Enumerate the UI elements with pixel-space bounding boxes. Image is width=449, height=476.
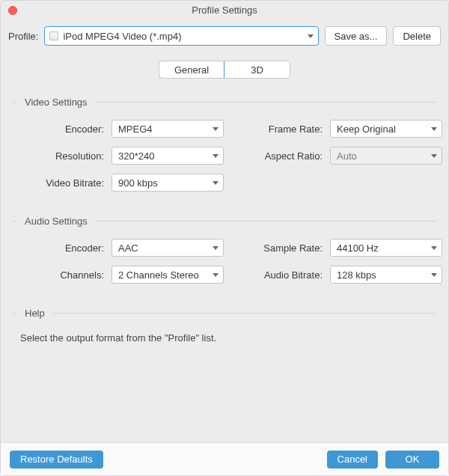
video-encoder-label: Encoder: <box>19 123 107 135</box>
sample-rate-label: Sample Rate: <box>228 242 326 254</box>
audio-settings-group: Audio Settings Encoder: AAC Sample Rate:… <box>13 216 436 284</box>
close-window-button[interactable] <box>8 6 17 15</box>
video-encoder-select[interactable]: MPEG4 <box>112 120 224 138</box>
tab-bar: General 3D <box>1 61 448 79</box>
channels-select[interactable]: 2 Channels Stereo <box>112 266 224 284</box>
cancel-button[interactable]: Cancel <box>327 451 378 469</box>
chevron-down-icon <box>431 246 437 250</box>
sample-rate-select[interactable]: 44100 Hz <box>330 239 442 257</box>
aspect-ratio-select[interactable]: Auto <box>330 147 442 165</box>
chevron-down-icon <box>213 181 219 185</box>
profile-settings-window: Profile Settings Profile: iPod MPEG4 Vid… <box>0 0 449 476</box>
titlebar: Profile Settings <box>1 1 448 20</box>
help-legend: Help <box>25 308 45 319</box>
resolution-select[interactable]: 320*240 <box>112 147 224 165</box>
video-bitrate-label: Video Bitrate: <box>19 177 107 189</box>
chevron-down-icon <box>431 273 437 277</box>
ok-button[interactable]: OK <box>385 451 439 469</box>
audio-bitrate-select[interactable]: 128 kbps <box>330 266 442 284</box>
restore-defaults-button[interactable]: Restore Defaults <box>10 451 103 469</box>
chevron-down-icon <box>431 154 437 158</box>
audio-encoder-label: Encoder: <box>19 242 107 254</box>
save-as-button[interactable]: Save as... <box>325 26 388 46</box>
profile-label: Profile: <box>8 31 38 42</box>
audio-encoder-select[interactable]: AAC <box>112 239 224 257</box>
chevron-down-icon <box>213 273 219 277</box>
video-settings-group: Video Settings Encoder: MPEG4 Frame Rate… <box>13 97 436 192</box>
video-settings-legend: Video Settings <box>25 97 88 108</box>
video-bitrate-select[interactable]: 900 kbps <box>112 174 224 192</box>
profile-select[interactable]: iPod MPEG4 Video (*.mp4) <box>44 26 318 46</box>
audio-settings-legend: Audio Settings <box>25 216 88 227</box>
aspect-ratio-label: Aspect Ratio: <box>228 150 326 162</box>
profile-row: Profile: iPod MPEG4 Video (*.mp4) Save a… <box>1 20 448 53</box>
device-icon <box>49 31 58 40</box>
delete-button[interactable]: Delete <box>393 26 441 46</box>
chevron-down-icon <box>213 154 219 158</box>
frame-rate-label: Frame Rate: <box>228 123 326 135</box>
chevron-down-icon <box>308 34 314 38</box>
tab-general[interactable]: General <box>159 61 224 79</box>
window-title: Profile Settings <box>192 4 257 16</box>
chevron-down-icon <box>431 127 437 131</box>
chevron-down-icon <box>213 246 219 250</box>
frame-rate-select[interactable]: Keep Original <box>330 120 442 138</box>
chevron-down-icon <box>213 127 219 131</box>
profile-value: iPod MPEG4 Video (*.mp4) <box>63 31 307 42</box>
channels-label: Channels: <box>19 269 107 281</box>
help-text: Select the output format from the "Profi… <box>13 331 436 345</box>
help-group: Help Select the output format from the "… <box>13 308 436 345</box>
tab-3d[interactable]: 3D <box>224 61 290 78</box>
resolution-label: Resolution: <box>19 150 107 162</box>
audio-bitrate-label: Audio Bitrate: <box>228 269 326 281</box>
bottom-bar: Restore Defaults Cancel OK <box>1 442 448 475</box>
